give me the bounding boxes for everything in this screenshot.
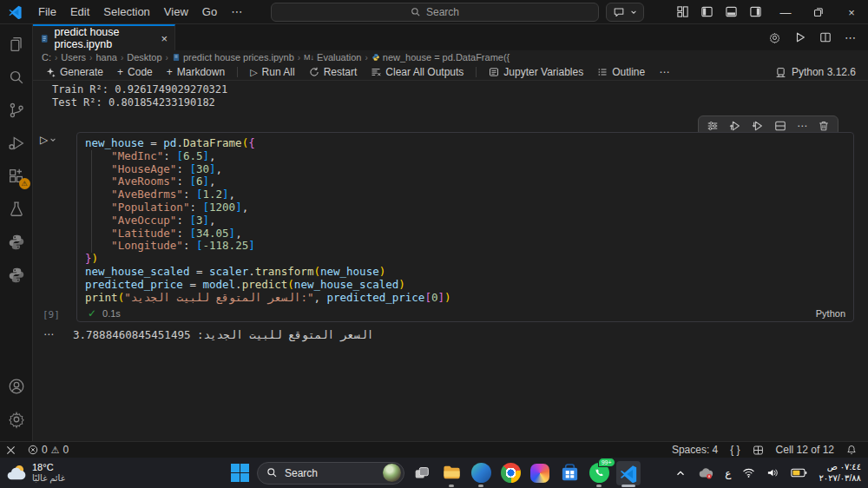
crumb-cell-code[interactable]: new_house = pd.DataFrame({: [383, 52, 510, 63]
python-environments-icon[interactable]: [0, 259, 33, 292]
indentation-indicator[interactable]: Spaces: 4: [666, 442, 724, 458]
generate-button[interactable]: Generate: [40, 64, 108, 80]
code-line[interactable]: "AveBedrms": [1.2],: [85, 188, 853, 201]
jupyter-variables-button[interactable]: Jupyter Variables: [483, 64, 589, 80]
input-language-indicator[interactable]: ع: [725, 467, 731, 479]
toggle-panel-icon[interactable]: [725, 5, 738, 18]
tray-time: ٠٧:٤٤ ص: [819, 462, 861, 473]
run-all-button[interactable]: ▷ Run All: [245, 64, 300, 80]
cell-more-actions-icon[interactable]: ⋯: [797, 122, 807, 130]
crumb-hana[interactable]: hana: [95, 52, 116, 63]
source-control-icon[interactable]: [0, 94, 33, 127]
tab-close-icon[interactable]: ×: [161, 32, 168, 45]
crumb-desktop[interactable]: Desktop: [127, 52, 161, 63]
code-line[interactable]: "Latitude": [34.05],: [85, 228, 853, 241]
battery-icon[interactable]: [791, 467, 807, 478]
code-line[interactable]: new_house = pd.DataFrame({: [85, 137, 853, 150]
accounts-icon[interactable]: [0, 370, 33, 403]
copilot-button-taskbar[interactable]: [528, 461, 552, 485]
run-debug-icon[interactable]: [0, 127, 33, 160]
microsoft-store-button[interactable]: [557, 461, 582, 485]
output-options-icon[interactable]: ⋯: [43, 328, 54, 340]
code-line[interactable]: }): [85, 253, 853, 266]
menu-file[interactable]: File: [31, 3, 63, 21]
onedrive-tray-icon[interactable]: [698, 466, 713, 480]
toggle-secondary-sidebar-icon[interactable]: [749, 5, 762, 18]
task-view-button[interactable]: [410, 461, 434, 485]
code-line[interactable]: "AveRooms": [6],: [85, 175, 853, 188]
toolbar-more-button[interactable]: ⋯: [654, 64, 674, 80]
menu-selection[interactable]: Selection: [96, 3, 156, 21]
notifications-button[interactable]: [840, 442, 863, 458]
command-center-search[interactable]: Search: [271, 3, 599, 22]
menu-more[interactable]: ⋯: [224, 3, 249, 21]
add-code-button[interactable]: + Code: [112, 64, 158, 80]
code-line[interactable]: "Population": [1200],: [85, 201, 853, 214]
toggle-sidebar-icon[interactable]: [700, 5, 713, 18]
add-markdown-button[interactable]: + Markdown: [161, 64, 230, 80]
run-below-icon[interactable]: [752, 120, 764, 132]
code-line[interactable]: new_house_scaled = scaler.transform(new_…: [85, 266, 853, 279]
crumb-drive[interactable]: C:: [42, 52, 51, 63]
crumb-file[interactable]: predict house prices.ipynb: [183, 52, 294, 63]
restore-button[interactable]: [802, 0, 835, 24]
extensions-icon[interactable]: ⚠: [0, 160, 33, 193]
edge-button[interactable]: [469, 461, 493, 485]
delete-cell-icon[interactable]: [818, 120, 830, 132]
code-line[interactable]: "MedInc": [6.5],: [85, 150, 853, 163]
code-line[interactable]: "HouseAge": [30],: [85, 163, 853, 176]
search-sidebar-icon[interactable]: [0, 61, 33, 94]
menu-edit[interactable]: Edit: [63, 3, 96, 21]
tray-chevron-up-icon[interactable]: [674, 467, 687, 479]
code-line[interactable]: "Longitude": [-118.25]: [85, 240, 853, 253]
wifi-icon[interactable]: [742, 467, 755, 478]
chrome-button[interactable]: [498, 461, 523, 485]
clear-all-outputs-button[interactable]: Clear All Outputs: [365, 64, 469, 80]
close-button[interactable]: ×: [835, 0, 868, 24]
editor-more-actions-icon[interactable]: ⋯: [845, 31, 856, 44]
crumb-users[interactable]: Users: [61, 52, 86, 63]
menu-view[interactable]: View: [157, 3, 195, 21]
code-line[interactable]: print("السعر المتوقع للبيت الجديد:", pre…: [85, 292, 853, 305]
python-extension-icon[interactable]: [0, 226, 33, 259]
run-above-icon[interactable]: [729, 120, 741, 132]
crumb-separator-icon: ›: [297, 53, 301, 63]
notebook-settings-icon[interactable]: [768, 31, 781, 44]
menu-go[interactable]: Go: [195, 3, 224, 21]
language-braces-indicator[interactable]: { }: [724, 442, 746, 458]
run-cell-button[interactable]: ▷: [40, 134, 56, 146]
crumb-evaluation[interactable]: Evaluation: [317, 52, 361, 63]
cell-options-icon[interactable]: [707, 120, 719, 132]
split-editor-icon[interactable]: [819, 31, 832, 43]
restart-button[interactable]: Restart: [304, 64, 363, 80]
volume-icon[interactable]: [766, 467, 779, 478]
remote-indicator[interactable]: [0, 442, 22, 458]
kernel-picker[interactable]: Python 3.12.6: [775, 66, 868, 78]
split-cell-icon[interactable]: [774, 120, 786, 132]
code-line[interactable]: "AveOccup": [3],: [85, 214, 853, 228]
tab-predict-house-prices[interactable]: predict house prices.ipynb ×: [33, 24, 175, 50]
whatsapp-button[interactable]: 99+: [587, 461, 611, 485]
minimize-button[interactable]: —: [769, 0, 802, 24]
run-editor-icon[interactable]: [794, 31, 806, 43]
outline-button[interactable]: Outline: [592, 64, 650, 80]
copilot-button[interactable]: [606, 3, 644, 22]
explorer-icon[interactable]: [0, 28, 33, 61]
cell-language-picker[interactable]: Python: [816, 308, 845, 319]
file-explorer-button[interactable]: [439, 461, 464, 485]
run-options-chevron-icon[interactable]: [49, 136, 56, 143]
problems-indicator[interactable]: 0 ⚠ 0: [22, 442, 75, 458]
start-button[interactable]: [227, 461, 252, 485]
testing-icon[interactable]: [0, 193, 33, 226]
vscode-taskbar-button[interactable]: [616, 461, 641, 485]
weather-widget[interactable]: 18°C غائم غالبًا: [5, 459, 65, 486]
code-cell[interactable]: new_house = pd.DataFrame({ "MedInc": [6.…: [76, 132, 854, 322]
customize-layout-icon[interactable]: [676, 5, 689, 18]
tray-clock[interactable]: ٠٧:٤٤ ص ٢٠٢٧/٠٣/٨٨: [819, 462, 861, 484]
code-area[interactable]: new_house = pd.DataFrame({ "MedInc": [6.…: [85, 137, 853, 304]
notebook-layout-button[interactable]: [746, 442, 770, 458]
settings-gear-icon[interactable]: [0, 403, 33, 436]
taskbar-search[interactable]: Search: [257, 462, 404, 485]
cell-position-indicator[interactable]: Cell 12 of 12: [770, 442, 840, 458]
code-line[interactable]: predicted_price = model.predict(new_hous…: [85, 279, 853, 292]
